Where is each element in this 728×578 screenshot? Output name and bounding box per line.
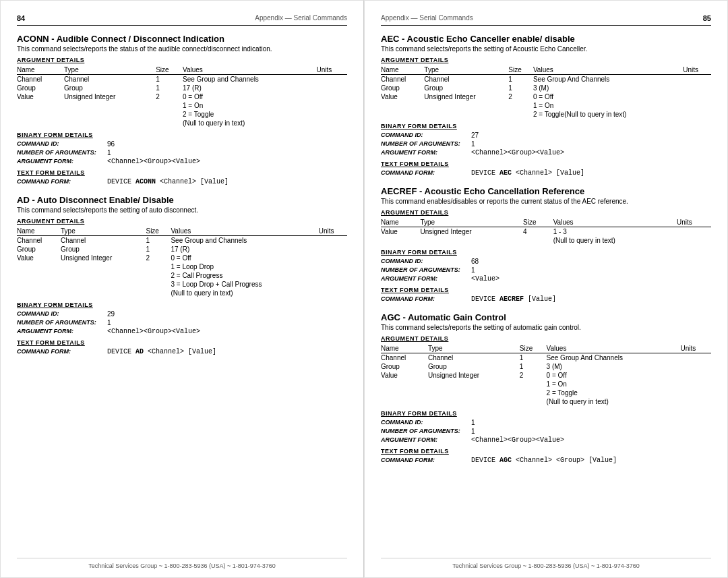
aconn-arg-table: Name Type Size Values Units Channel Chan… xyxy=(17,65,347,127)
table-row: Value Unsigned Integer 2 0 = Off xyxy=(17,92,347,101)
ad-argform-label: ARGUMENT FORM: xyxy=(17,328,104,335)
aecref-numargs-label: NUMBER OF ARGUMENTS: xyxy=(381,266,468,274)
aec-binary-block: COMMAND ID: 27 NUMBER OF ARGUMENTS: 1 AR… xyxy=(381,132,711,156)
table-row: (Null to query in text) xyxy=(17,289,347,297)
section-aec: AEC - Acoustic Echo Canceller enable/ di… xyxy=(381,34,711,177)
aconn-numargs-row: NUMBER OF ARGUMENTS: 1 xyxy=(17,149,347,156)
aconn-textform-value: DEVICE ACONN <Channel> [Value] xyxy=(107,178,229,185)
table-row: (Null to query in text) xyxy=(17,119,347,127)
aconn-argform-value: <Channel><Group><Value> xyxy=(107,158,200,165)
ad-textform-value: DEVICE AD <Channel> [Value] xyxy=(107,348,216,355)
table-row: Value Unsigned Integer 2 0 = Off xyxy=(381,92,711,101)
ad-cmd-id-label: COMMAND ID: xyxy=(17,310,104,318)
table-row: 2 = Toggle xyxy=(381,388,711,397)
col-values: Values xyxy=(553,218,677,227)
aec-cmd-id-value: 27 xyxy=(471,132,479,139)
aec-arg-table: Name Type Size Values Units Channel Chan… xyxy=(381,65,711,119)
table-row: Value Unsigned Integer 2 0 = Off xyxy=(381,371,711,380)
col-size: Size xyxy=(146,227,171,236)
col-values: Values xyxy=(533,65,683,75)
aec-text-label: Text Form Details xyxy=(381,161,711,167)
agc-numargs-value: 1 xyxy=(471,428,475,435)
ad-arg-table: Name Type Size Values Units Channel Chan… xyxy=(17,227,347,297)
right-page-header: Appendix — Serial Commands 85 xyxy=(381,14,711,26)
aconn-textform-row: COMMAND FORM: DEVICE ACONN <Channel> [Va… xyxy=(17,178,347,185)
agc-binary-label: Binary Form Details xyxy=(381,410,711,417)
table-row: Group Group 1 17 (R) xyxy=(17,84,347,92)
section-aecref: AECREF - Acoustic Echo Cancellation Refe… xyxy=(381,186,711,303)
aecref-cmd-id-row: COMMAND ID: 68 xyxy=(381,258,711,265)
table-row: Channel Channel 1 See Group And Channels xyxy=(381,353,711,363)
col-size: Size xyxy=(520,344,547,353)
col-name: Name xyxy=(381,344,428,353)
table-row: Value Unsigned Integer 4 1 - 3 xyxy=(381,227,711,237)
aecref-numargs-row: NUMBER OF ARGUMENTS: 1 xyxy=(381,266,711,274)
ad-argform-row: ARGUMENT FORM: <Channel><Group><Value> xyxy=(17,328,347,335)
right-page-footer: Technical Services Group ~ 1-800-283-593… xyxy=(381,558,711,569)
page-right: Appendix — Serial Commands 85 AEC - Acou… xyxy=(364,0,728,578)
aecref-textform-row: COMMAND FORM: DEVICE AECREF [Value] xyxy=(381,295,711,303)
right-header-text: Appendix — Serial Commands xyxy=(381,14,473,22)
table-row: 3 = Loop Drop + Call Progress xyxy=(17,280,347,289)
agc-arg-table: Name Type Size Values Units Channel Chan… xyxy=(381,344,711,406)
aconn-binary-block: COMMAND ID: 96 NUMBER OF ARGUMENTS: 1 AR… xyxy=(17,140,347,165)
left-page-footer: Technical Services Group ~ 1-800-283-593… xyxy=(17,558,347,569)
table-row: 1 = On xyxy=(17,101,347,110)
col-units: Units xyxy=(683,65,711,75)
aec-numargs-label: NUMBER OF ARGUMENTS: xyxy=(381,140,468,148)
aec-argform-label: ARGUMENT FORM: xyxy=(381,149,468,156)
agc-textform-label: COMMAND FORM: xyxy=(381,457,468,464)
ad-binary-block: COMMAND ID: 29 NUMBER OF ARGUMENTS: 1 AR… xyxy=(17,310,347,335)
section-agc: AGC - Automatic Gain Control This comman… xyxy=(381,312,711,464)
aconn-cmd-id-value: 96 xyxy=(107,140,115,148)
aec-desc: This command selects/reports the setting… xyxy=(381,45,711,53)
aec-numargs-row: NUMBER OF ARGUMENTS: 1 xyxy=(381,140,711,148)
agc-textform-value: DEVICE AGC <Channel> <Group> [Value] xyxy=(471,457,617,464)
col-type: Type xyxy=(61,227,146,236)
aec-arg-label: Argument Details xyxy=(381,57,711,63)
aecref-cmd-id-value: 68 xyxy=(471,258,479,265)
agc-cmd-id-value: 1 xyxy=(471,419,475,426)
col-units: Units xyxy=(677,218,711,227)
aecref-arg-label: Argument Details xyxy=(381,209,711,216)
aecref-numargs-value: 1 xyxy=(471,266,475,274)
agc-arg-label: Argument Details xyxy=(381,335,711,342)
agc-text-label: Text Form Details xyxy=(381,448,711,455)
agc-cmd-id-row: COMMAND ID: 1 xyxy=(381,419,711,426)
aconn-title: ACONN - Audible Connect / Disconnect Ind… xyxy=(17,34,347,44)
col-values: Values xyxy=(171,227,318,236)
agc-argform-value: <Channel><Group><Value> xyxy=(471,436,564,444)
aecref-textform-value: DEVICE AECREF [Value] xyxy=(471,295,556,303)
ad-cmd-id-row: COMMAND ID: 29 xyxy=(17,310,347,318)
ad-textform-label: COMMAND FORM: xyxy=(17,348,104,355)
ad-textform-row: COMMAND FORM: DEVICE AD <Channel> [Value… xyxy=(17,348,347,355)
col-size: Size xyxy=(156,65,183,75)
aec-argform-value: <Channel><Group><Value> xyxy=(471,149,564,156)
table-row: 2 = Toggle(Null to query in text) xyxy=(381,110,711,119)
agc-cmd-id-label: COMMAND ID: xyxy=(381,419,468,426)
aecref-binary-label: Binary Form Details xyxy=(381,249,711,256)
aecref-cmd-id-label: COMMAND ID: xyxy=(381,258,468,265)
ad-cmd-id-value: 29 xyxy=(107,310,115,318)
aconn-textform-label: COMMAND FORM: xyxy=(17,178,104,185)
aconn-desc: This command selects/reports the status … xyxy=(17,45,347,53)
agc-numargs-row: NUMBER OF ARGUMENTS: 1 xyxy=(381,428,711,435)
col-name: Name xyxy=(381,65,424,75)
table-row: Group Group 1 17 (R) xyxy=(17,245,347,254)
table-row: Group Group 1 3 (M) xyxy=(381,84,711,92)
table-row: (Null to query in text) xyxy=(381,397,711,406)
col-name: Name xyxy=(17,65,64,75)
ad-arg-label: Argument Details xyxy=(17,218,347,225)
ad-text-label: Text Form Details xyxy=(17,339,347,346)
aconn-arg-label: Argument Details xyxy=(17,57,347,63)
aconn-cmd-id-row: COMMAND ID: 96 xyxy=(17,140,347,148)
page-left: 84 Appendix — Serial Commands ACONN - Au… xyxy=(0,0,364,578)
ad-argform-value: <Channel><Group><Value> xyxy=(107,328,200,335)
table-row: (Null to query in text) xyxy=(381,236,711,245)
aec-cmd-id-label: COMMAND ID: xyxy=(381,132,468,139)
aecref-argform-value: <Value> xyxy=(471,275,499,283)
aconn-numargs-label: NUMBER OF ARGUMENTS: xyxy=(17,149,104,156)
agc-desc: This command selects/reports the setting… xyxy=(381,324,711,331)
table-row: Channel Channel 1 See Group and Channels xyxy=(17,236,347,245)
aecref-text-label: Text Form Details xyxy=(381,287,711,293)
